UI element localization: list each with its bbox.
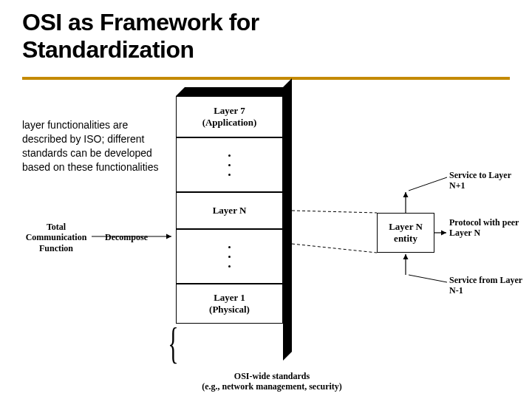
layer-1-label: Layer 1 — [180, 292, 279, 304]
osi-stack: Layer 7 (Application) Layer N Layer 1 (P… — [176, 96, 283, 324]
protocol-label: Protocol with peer Layer N — [449, 217, 527, 239]
svg-line-1 — [292, 211, 377, 213]
service-from-label: Service from Layer N-1 — [449, 275, 527, 296]
dot-icon — [228, 265, 231, 267]
svg-line-7 — [409, 275, 447, 282]
stack-3d-side — [283, 78, 292, 361]
title-line-2: Standardization — [22, 36, 194, 63]
caption-line-1: OSI-wide standards — [234, 371, 310, 381]
layer-n-box: Layer N — [176, 192, 283, 229]
layer-7-box: Layer 7 (Application) — [176, 96, 283, 137]
svg-line-2 — [292, 244, 377, 253]
layer-n-entity-box: Layer N entity — [377, 213, 434, 253]
dot-icon — [228, 164, 231, 166]
stack-3d-top — [176, 87, 292, 96]
service-to-label: Service to Layer N+1 — [449, 170, 523, 191]
upper-ellipsis-box — [176, 137, 283, 192]
title-line-1: OSI as Framework for — [22, 9, 259, 35]
layer-1-sublabel: (Physical) — [180, 304, 279, 316]
layer-n-label: Layer N — [213, 205, 247, 216]
lower-ellipsis-box — [176, 229, 283, 284]
layer-7-sublabel: (Application) — [180, 117, 279, 129]
layer-1-box: Layer 1 (Physical) — [176, 284, 283, 324]
dot-icon — [228, 256, 231, 258]
decompose-label: Decompose — [105, 232, 164, 242]
title-underline — [22, 77, 510, 80]
brace-icon: { — [168, 318, 178, 369]
dot-icon — [228, 154, 231, 157]
description-text: layer functionalities are described by I… — [22, 118, 174, 174]
total-communication-label: Total Communication Function — [22, 222, 90, 253]
dot-icon — [228, 174, 231, 176]
svg-line-4 — [409, 177, 447, 191]
layer-7-label: Layer 7 — [180, 105, 279, 117]
slide-title: OSI as Framework for Standardization — [0, 0, 532, 64]
caption-line-2: (e.g., network management, security) — [202, 381, 342, 392]
bottom-caption: OSI-wide standards (e.g., network manage… — [176, 371, 368, 392]
entity-line-2: entity — [378, 233, 434, 245]
dot-icon — [228, 246, 231, 248]
entity-line-1: Layer N — [378, 221, 434, 233]
